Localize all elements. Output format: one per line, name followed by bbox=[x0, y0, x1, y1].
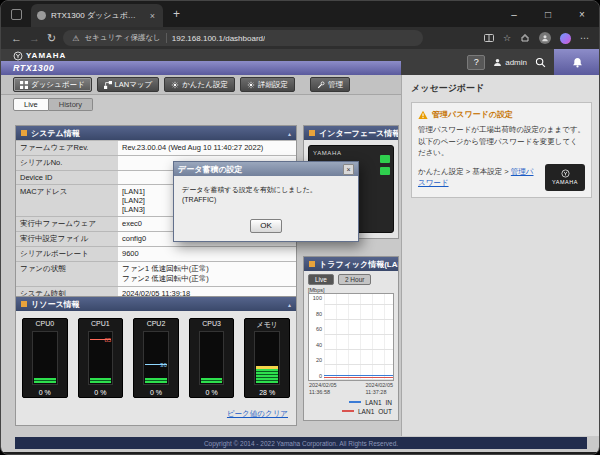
maximize-button[interactable]: □ bbox=[531, 1, 565, 27]
back-button[interactable]: ← bbox=[11, 33, 22, 44]
tab-favicon-icon bbox=[37, 11, 46, 20]
gauge-value: 28 % bbox=[245, 389, 289, 396]
url-text: 192.168.100.1/dashboard/ bbox=[172, 34, 265, 43]
copilot-icon[interactable] bbox=[560, 33, 571, 44]
plot-area bbox=[324, 294, 393, 380]
row-label: 実行中ファームウェア bbox=[16, 217, 118, 231]
row-label: Device ID bbox=[16, 171, 118, 184]
dialog-titlebar: データ蓄積の設定 × bbox=[174, 162, 358, 176]
menu-dots-icon[interactable]: ⋯ bbox=[580, 34, 589, 43]
traffic-panel: トラフィック情報(LAN) Live 2 Hour [Mbps] 100 80 … bbox=[303, 256, 399, 421]
table-row: ファンの状態ファン1 低速回転中(正常) ファン2 低速回転中(正常) bbox=[16, 261, 296, 286]
gauge-value: 0 % bbox=[79, 389, 123, 396]
new-tab-button[interactable]: + bbox=[173, 7, 180, 21]
tab-close-icon[interactable]: × bbox=[148, 11, 157, 21]
panel-header: システム情報 ▴ bbox=[16, 126, 296, 140]
tab-label: 詳細設定 bbox=[258, 80, 288, 90]
user-menu[interactable]: admin bbox=[493, 58, 527, 67]
cpu1-gauge: CPU1 85 0 % bbox=[78, 318, 124, 398]
search-icon[interactable] bbox=[535, 57, 546, 68]
window-controls: – □ × bbox=[497, 1, 599, 27]
refresh-button[interactable]: ↻ bbox=[47, 33, 56, 44]
traffic-range-button[interactable]: 2 Hour bbox=[338, 274, 372, 285]
message-board-button[interactable] bbox=[554, 49, 600, 75]
forward-button[interactable]: → bbox=[29, 33, 40, 44]
link-status-led bbox=[380, 167, 390, 175]
browser-tab[interactable]: RTX1300 ダッシュボード × bbox=[31, 4, 163, 27]
traffic-chart: 100 80 60 40 20 0 bbox=[308, 293, 394, 381]
lan-map-icon bbox=[104, 81, 112, 89]
y-axis-ticks: 100 80 60 40 20 0 bbox=[309, 294, 324, 380]
profile-avatar[interactable] bbox=[539, 32, 551, 44]
help-button[interactable]: ? bbox=[467, 55, 485, 70]
chart-legend: LAN1 IN LAN1 OUT bbox=[304, 397, 398, 420]
row-label: MACアドレス bbox=[16, 185, 118, 216]
tab-lan-map[interactable]: LANマップ bbox=[97, 77, 160, 92]
bell-icon bbox=[572, 57, 583, 68]
tab-advanced-settings[interactable]: 詳細設定 bbox=[240, 77, 295, 92]
dialog-close-icon[interactable]: × bbox=[343, 164, 354, 175]
close-button[interactable]: × bbox=[565, 1, 599, 27]
password-notice: 管理パスワードの設定 管理パスワードが工場出荷時の設定のままです。 以下のページ… bbox=[411, 102, 592, 198]
traffic-range-switch: Live 2 Hour bbox=[304, 271, 398, 286]
memory-gauge: メモリ 28 28 % bbox=[244, 318, 290, 398]
gear-icon bbox=[171, 81, 179, 89]
tab-search-icon[interactable] bbox=[11, 9, 22, 20]
gauge-meter: 7 bbox=[32, 331, 58, 385]
tab-management[interactable]: 管理 bbox=[310, 77, 350, 92]
link-status-led bbox=[380, 155, 390, 163]
x-tick-end: 2024/02/05 11:37:28 bbox=[365, 382, 393, 396]
message-board-panel: メッセージボード 管理パスワードの設定 管理パスワードが工場出荷時の設定のままで… bbox=[401, 75, 600, 436]
tab-easy-settings[interactable]: かんたん設定 bbox=[164, 77, 235, 92]
legend-direction: IN bbox=[386, 399, 393, 406]
view-switch: Live History bbox=[1, 95, 401, 113]
gauge-label: CPU0 bbox=[23, 319, 67, 327]
brand-label: YAMAHA bbox=[26, 51, 66, 60]
row-label: シリアルボーレート bbox=[16, 247, 118, 261]
row-label: 実行中設定ファイル bbox=[16, 232, 118, 246]
panel-title: トラフィック情報(LAN) bbox=[319, 259, 398, 270]
live-button[interactable]: Live bbox=[13, 98, 49, 111]
extensions-icon[interactable] bbox=[520, 33, 530, 43]
panel-header: トラフィック情報(LAN) bbox=[304, 257, 398, 271]
split-screen-icon[interactable] bbox=[484, 33, 494, 43]
resources-panel: リソース情報 ▴ CPU0 7 0 % CPU1 bbox=[15, 296, 297, 426]
legend-swatch-in bbox=[349, 401, 361, 403]
toolbar-icons: ☆ ⋯ bbox=[484, 32, 589, 44]
collapse-icon[interactable]: ▴ bbox=[288, 130, 291, 137]
tab-dashboard[interactable]: ダッシュボード bbox=[13, 77, 92, 92]
traffic-live-button[interactable]: Live bbox=[308, 274, 334, 285]
main-nav: ダッシュボード LANマップ かんたん設定 詳細設定 管理 bbox=[1, 75, 401, 95]
tab-label: かんたん設定 bbox=[182, 80, 228, 90]
gauge-meter: 8 bbox=[199, 331, 225, 385]
gauge-fill bbox=[201, 378, 223, 383]
legend-name: LAN1 bbox=[358, 408, 374, 415]
page-footer: Copyright © 2014 - 2022 Yamaha Corporati… bbox=[15, 437, 587, 449]
minimize-button[interactable]: – bbox=[497, 1, 531, 27]
history-button[interactable]: History bbox=[49, 98, 93, 111]
y-tick: 40 bbox=[316, 342, 322, 348]
panel-title: インターフェース情報 bbox=[319, 128, 398, 139]
legend-direction: OUT bbox=[378, 408, 392, 415]
gauge-meter: 28 bbox=[254, 331, 280, 385]
panel-bullet-icon bbox=[309, 261, 315, 267]
row-value: 9600 bbox=[118, 247, 296, 261]
row-label: シリアルNo. bbox=[16, 156, 118, 170]
row-label: ファームウェアRev. bbox=[16, 141, 118, 155]
favorites-star-icon[interactable]: ☆ bbox=[503, 34, 511, 43]
gauge-fill bbox=[145, 378, 167, 383]
data-accumulation-dialog: データ蓄積の設定 × データを蓄積する設定を有効にしました。(TRAFFIC) … bbox=[173, 161, 359, 242]
clear-peaks-link[interactable]: ピーク値のクリア bbox=[227, 409, 288, 418]
collapse-icon[interactable]: ▴ bbox=[288, 301, 291, 308]
ok-button[interactable]: OK bbox=[250, 219, 282, 233]
browser-window: RTX1300 ダッシュボード × + – □ × ← → ↻ ⚠ セキュリティ… bbox=[0, 0, 600, 455]
y-tick: 100 bbox=[313, 295, 322, 301]
gauge-value: 0 % bbox=[190, 389, 234, 396]
legend-name: LAN1 bbox=[365, 399, 381, 406]
tab-label: 管理 bbox=[328, 80, 343, 90]
notice-footer: かんたん設定 > 基本設定 > 管理パスワード YAMAHA bbox=[418, 164, 585, 191]
dialog-message: データを蓄積する設定を有効にしました。(TRAFFIC) bbox=[174, 176, 358, 207]
address-bar[interactable]: ⚠ セキュリティ保護なし 192.168.100.1/dashboard/ bbox=[63, 30, 423, 46]
x-axis-labels: 2024/02/05 11:36:58 2024/02/05 11:37:28 bbox=[304, 381, 398, 397]
gauge-row: CPU0 7 0 % CPU1 85 0 % bbox=[16, 311, 296, 400]
